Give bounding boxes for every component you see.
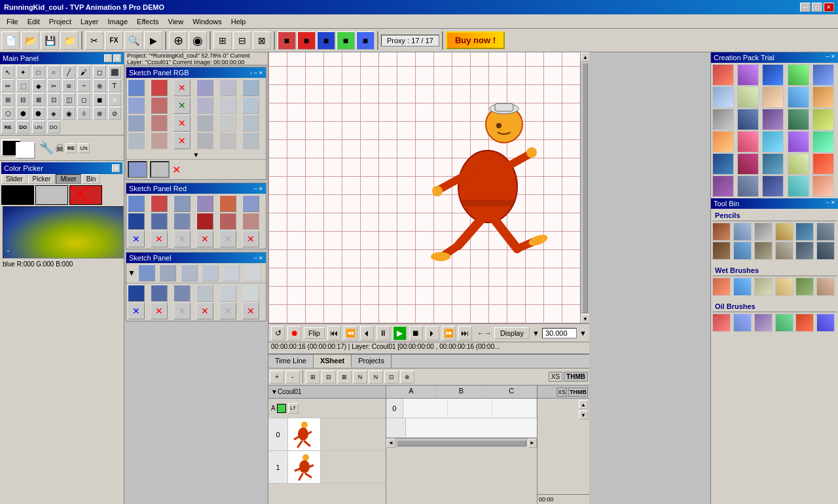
rgb-cross-1[interactable]: ✕ xyxy=(173,79,191,96)
red-tool-12[interactable] xyxy=(242,213,259,230)
vscroll-down[interactable]: ▼ xyxy=(581,314,589,323)
cp-brush-3[interactable] xyxy=(762,64,784,86)
cp-brush-20[interactable] xyxy=(812,131,834,153)
cp-brush-18[interactable] xyxy=(762,131,784,153)
tool-r13[interactable]: ◉ xyxy=(62,107,75,120)
tool-star[interactable]: ✦ xyxy=(16,65,29,79)
tb-close[interactable]: ✕ xyxy=(831,200,835,207)
tool-r19[interactable]: UN xyxy=(32,120,45,134)
grid-button[interactable]: ⊞ xyxy=(213,31,232,50)
save-as-button[interactable]: 📁 xyxy=(60,31,79,50)
fill-button[interactable]: ■ xyxy=(278,31,296,50)
menu-help[interactable]: Help xyxy=(227,16,250,27)
menu-edit[interactable]: Edit xyxy=(24,16,44,27)
rgb-cross-3[interactable]: ✕ xyxy=(173,115,191,132)
tl-btn2[interactable]: ⊟ xyxy=(321,370,336,384)
pencil-7[interactable] xyxy=(712,242,731,260)
buy-button[interactable]: Buy now ! xyxy=(446,31,505,49)
vscroll-up[interactable]: ▲ xyxy=(581,52,589,62)
fps-display[interactable]: 30.000 xyxy=(542,328,577,338)
thumb-1[interactable] xyxy=(288,451,321,483)
tl-btn5[interactable]: N xyxy=(369,370,383,384)
menu-effects[interactable]: Effects xyxy=(133,16,162,27)
tool-r11[interactable]: ⬣ xyxy=(32,107,45,120)
menu-windows[interactable]: Windows xyxy=(189,16,226,27)
sp-cross-6[interactable]: ✕ xyxy=(242,302,259,319)
tool-brush[interactable]: 🖌 xyxy=(77,65,90,79)
tool-r14[interactable]: ◊ xyxy=(77,107,90,120)
flip-button[interactable]: Flip xyxy=(304,327,325,339)
layer-color[interactable] xyxy=(277,404,286,413)
open-button[interactable]: 📂 xyxy=(21,31,39,50)
rgb-tool-24[interactable] xyxy=(242,132,259,149)
sketch-red-pin[interactable]: ─ xyxy=(253,186,257,192)
cp-close[interactable]: ✕ xyxy=(831,54,835,62)
tool-blur[interactable]: ≋ xyxy=(62,79,75,92)
close-button[interactable]: ✕ xyxy=(824,3,834,12)
rgb-tool-8[interactable] xyxy=(151,97,168,114)
sp-tool-6[interactable] xyxy=(244,264,261,281)
cp-brush-24[interactable] xyxy=(788,153,809,175)
xsheet-cell-0-b[interactable] xyxy=(448,399,492,418)
new-button[interactable]: 📄 xyxy=(1,31,20,50)
cp-brush-5[interactable] xyxy=(812,64,834,86)
sp-tool-10[interactable] xyxy=(196,285,213,302)
tool-wand[interactable]: ◆ xyxy=(32,79,45,92)
red-tool-4[interactable] xyxy=(196,195,213,212)
hscroll-thumb[interactable] xyxy=(397,440,526,446)
sp-tool-11[interactable] xyxy=(219,285,236,302)
sp-tool-2[interactable] xyxy=(159,264,176,281)
cp-brush-15[interactable] xyxy=(812,109,834,130)
gray-swatch[interactable] xyxy=(35,185,68,205)
bin-tab[interactable]: Bin xyxy=(82,174,100,184)
cp-brush-26[interactable] xyxy=(712,175,734,197)
pencil-12[interactable] xyxy=(816,242,835,260)
cp-brush-12[interactable] xyxy=(737,109,759,130)
rgb-tool-19[interactable] xyxy=(128,132,145,149)
tool-r3[interactable]: ⊠ xyxy=(32,93,45,106)
rgb-tool-20[interactable] xyxy=(151,132,168,149)
menu-image[interactable]: Image xyxy=(103,16,132,27)
cp-brush-25[interactable] xyxy=(812,153,834,175)
prev-frame-button[interactable]: ⏪ xyxy=(344,326,357,340)
rgb-tool-5[interactable] xyxy=(219,79,236,96)
rgb-tool-12[interactable] xyxy=(242,97,259,114)
rgb-tool-11[interactable] xyxy=(219,97,236,114)
rgb-color-box2[interactable] xyxy=(150,161,170,178)
xsheet-cell-0-c[interactable] xyxy=(492,399,537,418)
frame-button[interactable]: ⊠ xyxy=(253,31,271,50)
rgb-tool-1[interactable] xyxy=(128,79,145,96)
un-button[interactable]: UN xyxy=(78,143,90,153)
color4-button[interactable]: ■ xyxy=(337,31,355,50)
red-tool-5[interactable] xyxy=(219,195,236,212)
pencil-5[interactable] xyxy=(795,223,814,241)
tool-r5[interactable]: ◫ xyxy=(62,93,75,106)
tool-r6[interactable]: ◻ xyxy=(77,93,90,106)
tool-r9[interactable]: ⬡ xyxy=(1,107,14,120)
rgb-color-box[interactable] xyxy=(128,161,147,178)
cp-brush-10[interactable] xyxy=(812,86,834,108)
wet-5[interactable] xyxy=(795,278,814,296)
cp-brush-27[interactable] xyxy=(737,175,759,197)
rgb-tool-16[interactable] xyxy=(196,115,213,132)
sketch-close[interactable]: ✕ xyxy=(259,255,263,261)
stroke-button[interactable]: ■ xyxy=(297,31,316,50)
cut-button[interactable]: ✂ xyxy=(85,31,103,50)
tool-r1[interactable]: ⊞ xyxy=(1,93,14,106)
red-tool-10[interactable] xyxy=(196,213,213,230)
rgb-cross-btn[interactable]: ✕ xyxy=(172,164,181,176)
color-picker-tool[interactable]: 🔧 xyxy=(39,141,54,155)
tl-btn1[interactable]: ⊞ xyxy=(306,370,320,384)
zoom-button[interactable]: 🔍 xyxy=(124,31,143,50)
save-button[interactable]: 💾 xyxy=(41,31,59,50)
pencil-11[interactable] xyxy=(795,242,814,260)
hscroll-right[interactable]: ► xyxy=(528,439,537,448)
vscroll-thumb[interactable] xyxy=(582,63,588,313)
skull-tool[interactable]: ☠ xyxy=(55,142,64,154)
fps-arrow[interactable]: ▼ xyxy=(579,329,587,337)
menu-project[interactable]: Project xyxy=(45,16,75,27)
render-button[interactable]: ◉ xyxy=(189,31,207,50)
cp-brush-14[interactable] xyxy=(788,109,809,130)
tab-projects[interactable]: Projects xyxy=(352,355,392,368)
onion-button[interactable]: ⊟ xyxy=(233,31,251,50)
